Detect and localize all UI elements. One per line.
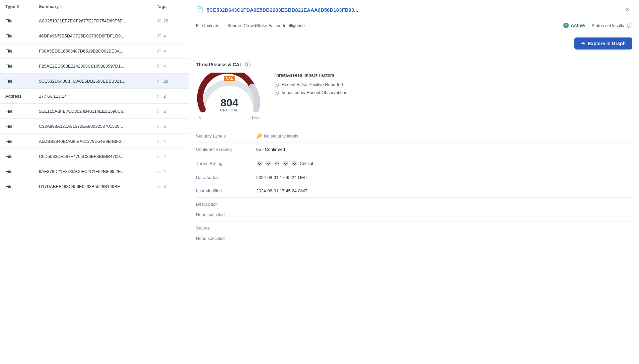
right-panel: 📄 5CE532D643C1FDA0E5DB2683EBBB821EAAA6B5… [189, 0, 639, 364]
description-label: Description [196, 202, 256, 207]
table-row[interactable]: File F60A5BDB16563487D6519B2C062BE3A... … [0, 43, 189, 59]
gauge-label: CRITICAL [220, 108, 238, 112]
cell-summary: C6D5033CE587F4765C36EF8B6BB4700... [39, 154, 157, 159]
tag-icon: 🏷 [157, 63, 161, 69]
table-row[interactable]: File AC3251321EF7ECF2677E2FD754D89F5E...… [0, 13, 189, 28]
status-dot-icon [563, 23, 569, 28]
tag-icon: 🏷 [157, 154, 161, 159]
field-label-3: Date Added [196, 175, 256, 180]
tag-icon: 🏷 [157, 169, 161, 174]
cal-badge: CAL [224, 76, 235, 81]
graph-icon: ✳ [581, 41, 585, 46]
title-row: 📄 5CE532D643C1FDA0E5DB2683EBBB821EAAA6B5… [196, 6, 604, 13]
table-header: Type ⇅ Summary ⇅ Tags [0, 0, 189, 13]
tag-icon: 🏷 [157, 78, 161, 84]
cell-summary: F25AE2ED568E2242365C8105383597D1... [39, 64, 157, 69]
status-label: Active [571, 23, 585, 28]
column-summary[interactable]: Summary ⇅ [39, 4, 157, 9]
field-value-security-labels: 🔑 No security labels [256, 133, 632, 139]
tag-icon: 🏷 [157, 123, 161, 129]
skull-icon: 💀 [291, 160, 298, 167]
field-label-1: Confidence Rating [196, 147, 256, 152]
skull-icon: 💀 [265, 160, 272, 167]
tag-icon: 🏷 [157, 108, 161, 114]
column-tags[interactable]: Tags [157, 4, 184, 9]
field-label-2: Threat Rating [196, 161, 256, 166]
meta-right: Active | Status set locally i [563, 22, 632, 28]
skull-icon: 💀 [256, 160, 263, 167]
tag-icon: 🏷 [157, 184, 161, 189]
table-row[interactable]: Address 177.66.113.14 🏷 2 [0, 89, 189, 104]
gauge-container: CAL 804 CRITICAL 0 1000 [196, 73, 263, 119]
gauge-range: 0 1000 [196, 115, 263, 119]
cell-type: File [5, 33, 39, 38]
indicator-type: File Indicator [196, 23, 221, 28]
field-value-threat-rating: 💀💀💀💀💀 Critical [256, 160, 632, 167]
cell-tags: 🏷 2 [157, 123, 184, 129]
cell-summary: F60A5BDB16563487D6519B2C062BE3A... [39, 49, 157, 54]
cell-type: File [5, 169, 39, 174]
field-value-3: 2024-08-01 17:45:24 GMT [256, 175, 632, 180]
table-row[interactable]: File C32A898A121A31372EA9003253701529...… [0, 119, 189, 134]
gauge-section: CAL 804 CRITICAL 0 1000 [196, 73, 632, 119]
field-value-1: 95 - Confirmed [256, 147, 632, 152]
field-label-4: Last Modified [196, 188, 256, 193]
skull-icon: 💀 [282, 160, 289, 167]
explore-btn-row: ✳ Explore in Graph [189, 32, 639, 55]
header-actions: ··· ✕ [608, 5, 632, 15]
detail-content: ThreatAssess & CAL i CAL 804 CRITICAL [189, 55, 639, 364]
meta-left: File Indicator | Source: CrowdStrike Fal… [196, 23, 305, 28]
status-badge: Active [563, 23, 585, 28]
source-field-value: None specified [196, 235, 632, 245]
cell-type: File [5, 154, 39, 159]
field-label-0: Security Labels [196, 133, 256, 139]
more-options-button[interactable]: ··· [608, 5, 619, 15]
table-row[interactable]: File A5DBB2840BCA86BA21379D54E9B4BF2... … [0, 134, 189, 149]
impact-title: ThreatAssess Impact Factors [274, 73, 632, 78]
table-row[interactable]: File 5EE115ABFB7CD3024B40114EE5E590C6...… [0, 104, 189, 119]
cell-tags: 🏷 4 [157, 169, 184, 174]
tag-icon: 🏷 [157, 48, 161, 54]
detail-title: 5CE532D643C1FDA0E5DB2683EBBB821EAAA6B56D… [207, 7, 358, 13]
no-label-icon: 🔑 [256, 133, 262, 139]
cell-type: Address [5, 94, 39, 99]
table-row[interactable]: File 5CE532D643C1FDA0E5DB2683EBBB821... … [0, 74, 189, 89]
table-row[interactable]: File D17DABEF498C456E0238B5548B149BE... … [0, 179, 189, 194]
status-info-icon[interactable]: i [627, 23, 632, 28]
impact-factors: ThreatAssess Impact Factors Recent False… [274, 73, 632, 98]
explore-in-graph-button[interactable]: ✳ Explore in Graph [574, 37, 632, 50]
cell-type: File [5, 18, 39, 23]
status-note: Status set locally [591, 23, 624, 28]
table-row[interactable]: File F25AE2ED568E2242365C8105383597D1...… [0, 59, 189, 74]
cell-tags: 🏷 4 [157, 154, 184, 159]
table-body: File AC3251321EF7ECF2677E2FD754D89F5E...… [0, 13, 189, 194]
table-row[interactable]: File C6D5033CE587F4765C36EF8B6BB4700... … [0, 149, 189, 164]
table-row[interactable]: File 9AE878D21E3D3AC0FC4C1F92B86952E... … [0, 164, 189, 179]
cell-summary: 5EE115ABFB7CD3024B40114EE5E590C6... [39, 109, 157, 114]
sort-icon-type: ⇅ [16, 5, 19, 8]
left-panel: Type ⇅ Summary ⇅ Tags File AC3251321EF7E… [0, 0, 189, 364]
threat-info-icon[interactable]: i [245, 62, 251, 67]
cell-tags: 🏷 4 [157, 139, 184, 144]
cell-type: File [5, 139, 39, 144]
fields-container: Security Labels 🔑 No security labels Con… [196, 129, 632, 197]
table-row[interactable]: File 46DF49679B5D4C725BC9739D6FDF1D9... … [0, 28, 189, 43]
source-field-label: Source [196, 225, 256, 231]
cell-type: File [5, 64, 39, 69]
file-document-icon: 📄 [196, 6, 203, 13]
cell-summary: 9AE878D21E3D3AC0FC4C1F92B86952E... [39, 169, 157, 174]
cell-summary: 5CE532D643C1FDA0E5DB2683EBBB821... [39, 79, 157, 84]
impact-item-2: Impacted by Recent Observations [274, 90, 632, 95]
column-type[interactable]: Type ⇅ [5, 4, 39, 9]
meta-divider: | [223, 23, 224, 28]
cell-summary: C32A898A121A31372EA9003253701529... [39, 124, 157, 129]
cell-type: File [5, 49, 39, 54]
cell-summary: D17DABEF498C456E0238B5548B149BE... [39, 184, 157, 189]
cell-tags: 🏷 28 [157, 78, 184, 84]
tag-icon: 🏷 [157, 33, 161, 38]
field-row-4: Last Modified 2024-08-01 17:45:24 GMT [196, 184, 632, 197]
close-button[interactable]: ✕ [622, 5, 632, 15]
tag-icon: 🏷 [157, 93, 161, 99]
field-row-2: Threat Rating 💀💀💀💀💀 Critical [196, 156, 632, 171]
gauge-value: 804 CRITICAL [220, 97, 238, 112]
